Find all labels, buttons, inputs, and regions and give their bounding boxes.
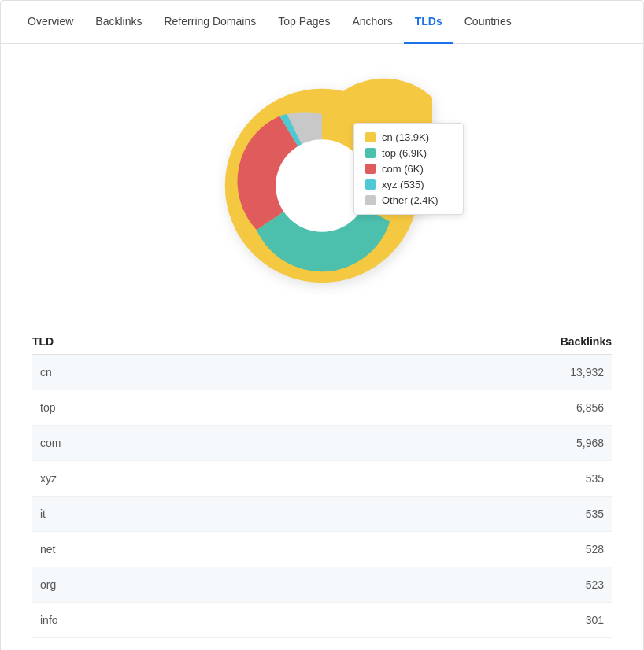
- tooltip-swatch: [365, 164, 376, 174]
- tooltip-swatch: [365, 148, 376, 158]
- nav-item-top-pages[interactable]: Top Pages: [267, 1, 341, 44]
- tooltip-swatch: [365, 179, 376, 190]
- table-row[interactable]: cn13,932: [32, 355, 612, 390]
- tooltip-label: xyz (535): [382, 179, 424, 190]
- table-row[interactable]: it535: [32, 497, 612, 532]
- col-tld-header: TLD: [32, 335, 54, 348]
- cell-tld: cn: [40, 366, 52, 379]
- cell-backlinks: 528: [586, 543, 604, 556]
- donut-chart: cn (13.9K)top (6.9K)com (6K)xyz (535)Oth…: [212, 76, 432, 296]
- cell-tld: it: [40, 508, 46, 520]
- tooltip-label: com (6K): [382, 163, 424, 175]
- tooltip-label: top (6.9K): [382, 147, 427, 159]
- tooltip-swatch: [365, 195, 376, 205]
- table-row[interactable]: top6,856: [32, 390, 612, 426]
- table-header: TLD Backlinks: [32, 327, 612, 355]
- table-row[interactable]: xyz535: [32, 461, 612, 497]
- main-container: OverviewBacklinksReferring DomainsTop Pa…: [0, 0, 644, 650]
- nav-item-countries[interactable]: Countries: [453, 1, 523, 44]
- tooltip-row: xyz (535): [365, 179, 452, 190]
- cell-tld: net: [40, 543, 55, 556]
- cell-backlinks: 5,968: [576, 437, 604, 449]
- nav-bar: OverviewBacklinksReferring DomainsTop Pa…: [1, 1, 643, 44]
- cell-tld: com: [40, 437, 61, 449]
- tooltip-row: cn (13.9K): [365, 131, 452, 143]
- table-row[interactable]: org523: [32, 567, 612, 603]
- tld-table: TLD Backlinks cn13,932top6,856com5,968xy…: [1, 319, 643, 650]
- tooltip-row: top (6.9K): [365, 147, 452, 159]
- cell-backlinks: 535: [586, 508, 604, 520]
- table-body: cn13,932top6,856com5,968xyz535it535net52…: [32, 355, 612, 638]
- cell-tld: info: [40, 614, 58, 626]
- tooltip-row: Other (2.4K): [365, 194, 452, 206]
- nav-item-referring-domains[interactable]: Referring Domains: [154, 1, 268, 44]
- chart-tooltip: cn (13.9K)top (6.9K)com (6K)xyz (535)Oth…: [353, 123, 464, 215]
- col-backlinks-header: Backlinks: [561, 335, 612, 348]
- nav-item-tlds[interactable]: TLDs: [404, 1, 453, 44]
- tooltip-swatch: [365, 132, 376, 142]
- tooltip-label: Other (2.4K): [382, 194, 439, 206]
- nav-item-anchors[interactable]: Anchors: [341, 1, 403, 44]
- table-row[interactable]: net528: [32, 532, 612, 567]
- chart-area: cn (13.9K)top (6.9K)com (6K)xyz (535)Oth…: [1, 44, 643, 319]
- table-row[interactable]: com5,968: [32, 426, 612, 461]
- table-row[interactable]: info301: [32, 603, 612, 638]
- cell-backlinks: 523: [586, 578, 604, 591]
- cell-tld: org: [40, 578, 56, 591]
- cell-backlinks: 535: [586, 472, 604, 485]
- tooltip-row: com (6K): [365, 163, 452, 175]
- cell-backlinks: 301: [586, 614, 604, 626]
- cell-backlinks: 6,856: [576, 401, 604, 414]
- cell-tld: top: [40, 401, 55, 414]
- cell-tld: xyz: [40, 472, 57, 485]
- cell-backlinks: 13,932: [570, 366, 604, 379]
- nav-item-backlinks[interactable]: Backlinks: [84, 1, 153, 44]
- nav-item-overview[interactable]: Overview: [17, 1, 84, 44]
- tooltip-label: cn (13.9K): [382, 131, 429, 143]
